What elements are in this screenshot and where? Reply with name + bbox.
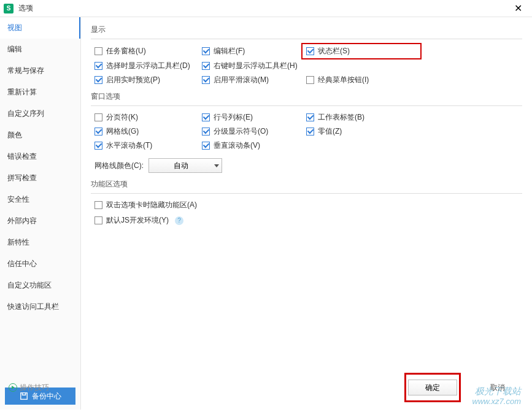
checkbox-icon [202, 47, 210, 55]
checkbox-icon [94, 201, 102, 209]
window-section: 窗口选项 分页符(K) 行号列标(E) 工作表标签(B) 网格线(G) 分级显示… [91, 91, 522, 173]
checkbox-status-bar[interactable]: 状态栏(S) [301, 43, 422, 59]
svg-rect-0 [20, 393, 27, 400]
checkbox-icon [94, 76, 102, 84]
help-icon[interactable]: ? [175, 216, 183, 225]
dropdown-icon [214, 164, 219, 167]
grid-color-value: 自动 [174, 161, 188, 171]
close-button[interactable]: ✕ [509, 0, 527, 17]
app-icon: S [4, 4, 13, 13]
sidebar-item-quick-access[interactable]: 快速访问工具栏 [0, 296, 80, 318]
checkbox-realtime-preview[interactable]: 启用实时预览(P) [94, 75, 202, 85]
titlebar: S 选项 ✕ [0, 0, 532, 17]
grid-color-select[interactable]: 自动 [148, 158, 222, 173]
checkbox-page-break[interactable]: 分页符(K) [94, 112, 202, 123]
checkbox-icon [202, 76, 210, 84]
checkbox-default-js[interactable]: 默认JS开发环境(Y)? [94, 215, 522, 226]
checkbox-icon [306, 47, 314, 55]
sidebar-item-external[interactable]: 外部内容 [0, 210, 80, 232]
checkbox-icon [94, 62, 102, 70]
ribbon-section: 功能区选项 双击选项卡时隐藏功能区(A) 默认JS开发环境(Y)? [91, 179, 522, 226]
checkbox-icon [94, 113, 102, 121]
cancel-button[interactable]: 取消 [473, 380, 522, 395]
checkbox-icon [202, 62, 210, 70]
sidebar-item-error-check[interactable]: 错误检查 [0, 146, 80, 167]
sidebar-item-view[interactable]: 视图 [0, 17, 80, 39]
checkbox-icon [306, 128, 314, 136]
checkbox-hide-ribbon-dblclick[interactable]: 双击选项卡时隐藏功能区(A) [94, 200, 522, 210]
checkbox-h-scroll[interactable]: 水平滚动条(T) [94, 140, 202, 151]
sidebar-item-new-features[interactable]: 新特性 [0, 232, 80, 253]
checkbox-task-pane[interactable]: 任务窗格(U) [94, 45, 202, 57]
backup-icon [20, 392, 28, 400]
sidebar-item-custom-list[interactable]: 自定义序列 [0, 103, 80, 124]
sidebar-item-edit[interactable]: 编辑 [0, 39, 80, 60]
footer: 操作技巧 确定 取消 [91, 370, 522, 405]
checkbox-icon [94, 128, 102, 136]
checkbox-icon [202, 142, 210, 150]
sidebar-item-general[interactable]: 常规与保存 [0, 60, 80, 82]
checkbox-smooth-scroll[interactable]: 启用平滑滚动(M) [202, 75, 306, 85]
sidebar-item-trust-center[interactable]: 信任中心 [0, 253, 80, 275]
checkbox-outline-symbols[interactable]: 分级显示符号(O) [202, 126, 306, 137]
checkbox-icon [94, 47, 102, 55]
checkbox-sheet-tabs[interactable]: 工作表标签(B) [306, 112, 411, 123]
checkbox-classic-menu[interactable]: 经典菜单按钮(I) [306, 75, 411, 85]
checkbox-float-right[interactable]: 右键时显示浮动工具栏(H) [202, 61, 306, 71]
tips-label: 操作技巧 [20, 383, 49, 393]
content-pane: 显示 任务窗格(U) 编辑栏(F) 状态栏(S) 选择时显示浮动工具栏(D) 右… [81, 17, 532, 410]
sidebar: 视图 编辑 常规与保存 重新计算 自定义序列 颜色 错误检查 拼写检查 安全性 … [0, 17, 81, 410]
checkbox-icon [94, 216, 102, 224]
display-title: 显示 [91, 25, 522, 39]
checkbox-icon [202, 113, 210, 121]
display-section: 显示 任务窗格(U) 编辑栏(F) 状态栏(S) 选择时显示浮动工具栏(D) 右… [91, 25, 522, 85]
checkbox-icon [306, 113, 314, 121]
sidebar-item-spell-check[interactable]: 拼写检查 [0, 167, 80, 189]
ribbon-title: 功能区选项 [91, 179, 522, 194]
checkbox-float-select[interactable]: 选择时显示浮动工具栏(D) [94, 61, 202, 71]
window-title: 窗口选项 [91, 91, 522, 106]
checkbox-gridlines[interactable]: 网格线(G) [94, 126, 202, 137]
tips-link[interactable]: 操作技巧 [9, 383, 49, 393]
checkbox-icon [94, 142, 102, 150]
checkbox-v-scroll[interactable]: 垂直滚动条(V) [202, 140, 306, 151]
play-icon [9, 383, 17, 392]
sidebar-item-security[interactable]: 安全性 [0, 189, 80, 210]
checkbox-edit-bar[interactable]: 编辑栏(F) [202, 45, 306, 57]
ok-button[interactable]: 确定 [408, 380, 457, 395]
sidebar-item-custom-ribbon[interactable]: 自定义功能区 [0, 275, 80, 296]
checkbox-icon [306, 76, 314, 84]
sidebar-item-recalc[interactable]: 重新计算 [0, 82, 80, 103]
checkbox-row-col-header[interactable]: 行号列标(E) [202, 112, 306, 123]
checkbox-icon [202, 128, 210, 136]
grid-color-label: 网格线颜色(C): [94, 161, 144, 171]
ok-highlight: 确定 [404, 373, 461, 402]
window-title: 选项 [18, 3, 509, 13]
sidebar-item-color[interactable]: 颜色 [0, 124, 80, 146]
checkbox-zero-values[interactable]: 零值(Z) [306, 126, 411, 137]
